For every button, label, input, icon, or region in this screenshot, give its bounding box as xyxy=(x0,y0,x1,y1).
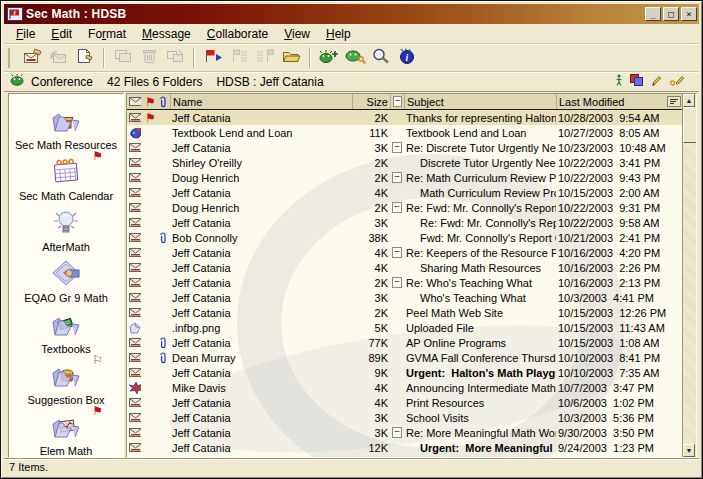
collapse-thread-button[interactable]: − xyxy=(390,170,404,185)
collapse-thread-button[interactable]: − xyxy=(390,140,404,155)
message-row[interactable]: Jeff Catania3K−Re: More Meaningful Math … xyxy=(127,425,683,440)
open-folder-button[interactable] xyxy=(278,47,304,69)
message-row[interactable]: Jeff Catania77KAP Online Programs10/15/2… xyxy=(127,335,683,350)
message-row[interactable]: Shirley O'reilly2KDiscrete Tutor Urgentl… xyxy=(127,155,683,170)
message-row[interactable]: ⚑Jeff Catania2KThanks for representing H… xyxy=(127,110,683,125)
attachment-icon xyxy=(157,335,170,350)
envelope-column-icon[interactable] xyxy=(127,94,143,109)
size-column-header[interactable]: Size xyxy=(352,94,390,109)
pencil-icon xyxy=(650,74,662,89)
sidebar-item-eqao-gr-9-math[interactable]: EQAO Gr 9 Math xyxy=(13,253,119,304)
collapse-thread-button[interactable]: − xyxy=(390,425,404,440)
sidebar-item-aftermath[interactable]: AfterMath xyxy=(13,202,119,253)
name-column-header[interactable]: Name xyxy=(170,94,352,109)
modified-column-header[interactable]: Last Modified xyxy=(556,94,683,109)
new-message-button[interactable] xyxy=(20,47,46,69)
subject-column-header[interactable]: Subject xyxy=(404,94,556,109)
item-size: 4K xyxy=(352,185,390,200)
scroll-down-button[interactable]: ▼ xyxy=(683,444,695,457)
message-row[interactable]: Jeff Catania3K−Re: Discrete Tutor Urgent… xyxy=(127,140,683,155)
permissions-button[interactable] xyxy=(342,47,368,69)
collapse-column-header[interactable]: − xyxy=(390,94,404,109)
message-row[interactable]: .infbg.png5KUploaded File10/15/2003 11:4… xyxy=(127,320,683,335)
info-button[interactable]: i xyxy=(394,47,420,69)
attachment-icon xyxy=(157,350,170,365)
vertical-scrollbar[interactable]: ▲ ▼ xyxy=(682,94,696,457)
toolbar-separator xyxy=(193,48,195,68)
last-modified: 10/3/2003 4:41 PM xyxy=(556,290,683,305)
attachment-column-icon[interactable] xyxy=(157,94,170,109)
message-row[interactable]: Jeff Catania3KSchool Visits10/3/2003 5:3… xyxy=(127,410,683,425)
sender-name: .infbg.png xyxy=(170,320,352,335)
sidebar-item-suggestion-box[interactable]: ⚐Suggestion Box xyxy=(13,355,119,406)
add-member-button[interactable] xyxy=(316,47,342,69)
permissions-icon xyxy=(344,48,366,67)
message-row[interactable]: Jeff Catania2K−Re: Who's Teaching What10… xyxy=(127,275,683,290)
new-message-icon xyxy=(23,48,43,67)
message-row[interactable]: Jeff Catania2KPeel Math Web Site10/15/20… xyxy=(127,305,683,320)
message-row[interactable]: Jeff Catania9KUrgent: Halton's Math Play… xyxy=(127,365,683,380)
message-row[interactable]: Doug Henrich2K−Re: Fwd: Mr. Connolly's R… xyxy=(127,200,683,215)
attachment-cell xyxy=(157,155,170,170)
sender-name: Jeff Catania xyxy=(170,185,352,200)
flag-cell xyxy=(143,335,157,350)
message-row[interactable]: Dean Murray89KGVMA Fall Conference Thurs… xyxy=(127,350,683,365)
flag-cell xyxy=(143,185,157,200)
menu-file[interactable]: File xyxy=(9,26,42,42)
message-row[interactable]: Jeff Catania4KSharing Math Resources10/1… xyxy=(127,260,683,275)
message-row[interactable]: Jeff Catania3KRe: Fwd: Mr. Connolly's Re… xyxy=(127,215,683,230)
thread-cell xyxy=(390,305,404,320)
toolbar-grip[interactable] xyxy=(8,48,14,68)
menu-format[interactable]: Format xyxy=(81,26,133,42)
flag-column-icon[interactable]: ⚑ xyxy=(143,94,157,109)
scrollbar-thumb[interactable] xyxy=(683,107,697,143)
scroll-up-button[interactable]: ▲ xyxy=(683,94,695,107)
approve-icon xyxy=(229,48,249,67)
item-size: 2K xyxy=(352,110,390,125)
message-row[interactable]: Mike Davis4KAnnouncing Intermediate Math… xyxy=(127,380,683,395)
item-subject: Sharing Math Resources xyxy=(404,260,556,275)
attachment-cell xyxy=(157,410,170,425)
sender-name: Jeff Catania xyxy=(170,245,352,260)
message-row[interactable]: Jeff Catania3KWho's Teaching What10/3/20… xyxy=(127,290,683,305)
message-row[interactable]: Bob Connolly38KFwd: Mr. Connolly's Repor… xyxy=(127,230,683,245)
collapse-thread-button[interactable]: − xyxy=(390,200,404,215)
sidebar-item-elem-math[interactable]: ⚑Elem Math xyxy=(13,406,119,457)
message-row[interactable]: Doug Henrich2K−Re: Math Curriculum Revie… xyxy=(127,170,683,185)
sender-name: Jeff Catania xyxy=(170,425,352,440)
message-row[interactable]: Jeff Catania3KMCT4C Exemplar Testing Opp… xyxy=(127,455,683,457)
menu-collaborate[interactable]: Collaborate xyxy=(200,26,275,42)
collapse-thread-button[interactable]: − xyxy=(390,275,404,290)
menu-help[interactable]: Help xyxy=(319,26,358,42)
message-row[interactable]: Jeff Catania12KUrgent: More Meaningful M… xyxy=(127,440,683,455)
message-row[interactable]: Textbook Lend and Loan11KTextbook Lend a… xyxy=(127,125,683,140)
column-options-icon[interactable] xyxy=(667,96,681,107)
search-button[interactable] xyxy=(368,47,394,69)
sidebar-item-sec-math-calendar[interactable]: ⚑Sec Math Calendar xyxy=(13,151,119,202)
message-row[interactable]: Jeff Catania4KMath Curriculum Review Pro… xyxy=(127,185,683,200)
new-document-button[interactable] xyxy=(72,47,98,69)
menu-edit[interactable]: Edit xyxy=(44,26,79,42)
item-subject: MCT4C Exemplar Testing Opportunity xyxy=(404,455,556,457)
maximize-button[interactable]: □ xyxy=(663,7,679,21)
container-kind-label: Conference xyxy=(31,75,93,89)
menu-message[interactable]: Message xyxy=(135,26,198,42)
item-size: 4K xyxy=(352,245,390,260)
last-modified: 10/21/2003 2:41 PM xyxy=(556,230,683,245)
attachment-cell xyxy=(157,275,170,290)
minimize-button[interactable]: _ xyxy=(645,7,661,21)
envelope-item-icon xyxy=(127,110,143,125)
message-row[interactable]: Jeff Catania4KPrint Resources10/6/2003 1… xyxy=(127,395,683,410)
menu-view[interactable]: View xyxy=(277,26,317,42)
sidebar-item-sec-math-resources[interactable]: Sec Math Resources xyxy=(13,100,119,151)
envelope-item-icon xyxy=(127,440,143,455)
close-button[interactable]: × xyxy=(681,7,697,21)
collapse-thread-button[interactable]: − xyxy=(390,245,404,260)
last-modified: 10/15/2003 11:43 AM xyxy=(556,320,683,335)
add-member-icon xyxy=(318,48,340,67)
signature-icon xyxy=(669,74,685,89)
flag-button[interactable] xyxy=(200,47,226,69)
attachment-cell xyxy=(157,440,170,455)
message-row[interactable]: Jeff Catania4K−Re: Keepers of the Resour… xyxy=(127,245,683,260)
sidebar-item-textbooks[interactable]: Textbooks xyxy=(13,304,119,355)
